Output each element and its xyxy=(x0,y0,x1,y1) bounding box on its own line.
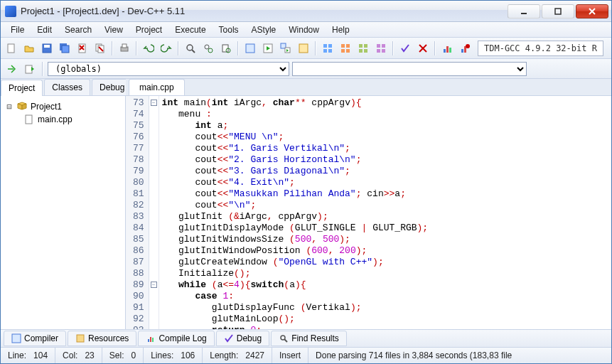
menu-window[interactable]: Window xyxy=(283,23,325,36)
scope-toolbar: (globals) xyxy=(1,59,611,79)
menu-astyle[interactable]: AStyle xyxy=(246,23,282,36)
svg-rect-36 xyxy=(359,44,363,48)
tab-debug[interactable]: Debug xyxy=(216,331,269,346)
member-selector[interactable] xyxy=(292,62,527,76)
svg-rect-16 xyxy=(122,44,127,48)
svg-rect-55 xyxy=(77,335,84,342)
run-icon[interactable] xyxy=(260,41,276,56)
undo-icon[interactable] xyxy=(141,41,156,56)
app-icon xyxy=(5,6,16,17)
file-icon xyxy=(23,114,35,125)
menubar: File Edit Search View Project Execute To… xyxy=(1,22,611,38)
svg-rect-6 xyxy=(44,45,50,48)
side-tab-project[interactable]: Project xyxy=(1,80,43,96)
svg-rect-57 xyxy=(150,337,151,342)
new-file-icon[interactable] xyxy=(4,41,19,56)
svg-line-18 xyxy=(192,50,195,53)
menu-edit[interactable]: Edit xyxy=(31,23,58,36)
menu-execute[interactable]: Execute xyxy=(169,23,211,36)
compile-run-icon[interactable] xyxy=(278,41,294,56)
redo-icon[interactable] xyxy=(159,41,174,56)
source-text[interactable]: int main(int iArgc, char** cppArgv){ men… xyxy=(159,96,611,329)
svg-rect-58 xyxy=(152,338,154,342)
replace-icon[interactable] xyxy=(200,41,216,56)
svg-rect-40 xyxy=(377,44,380,48)
svg-rect-29 xyxy=(328,44,332,48)
compiler-selector[interactable]: TDM-GCC 4.9.2 32-bit R xyxy=(478,41,603,56)
find-results-icon xyxy=(279,333,289,343)
tab-resources[interactable]: Resources xyxy=(68,331,136,346)
side-tab-classes[interactable]: Classes xyxy=(44,79,90,95)
svg-rect-34 xyxy=(341,49,345,53)
goto-func-icon[interactable] xyxy=(4,61,19,77)
svg-rect-41 xyxy=(382,44,385,48)
minimize-button[interactable] xyxy=(508,4,540,18)
tree-file[interactable]: main.cpp xyxy=(4,113,122,126)
menu-tools[interactable]: Tools xyxy=(213,23,245,36)
delete-profile-icon[interactable] xyxy=(457,41,473,56)
svg-rect-28 xyxy=(323,44,327,48)
compiler-tab-icon xyxy=(11,333,21,343)
svg-rect-8 xyxy=(62,46,69,53)
menu-project[interactable]: Project xyxy=(130,23,168,36)
open-icon[interactable] xyxy=(21,41,37,56)
side-panel: Project Classes Debug ⊟ Project1 main.cp… xyxy=(1,79,126,329)
tree-root-label: Project1 xyxy=(31,102,62,112)
svg-rect-38 xyxy=(359,49,363,53)
tab-find-results[interactable]: Find Results xyxy=(271,331,347,346)
status-message: Done parsing 714 files in 3,884 seconds … xyxy=(308,348,611,363)
save-all-icon[interactable] xyxy=(57,41,73,56)
titlebar: Project1 - [Project1.dev] - Dev-C++ 5.11 xyxy=(1,1,611,22)
svg-rect-42 xyxy=(377,49,380,53)
debug-check-icon[interactable] xyxy=(397,41,413,56)
status-length: Length: 2427 xyxy=(203,348,272,363)
svg-point-19 xyxy=(205,45,209,49)
main-area: Project Classes Debug ⊟ Project1 main.cp… xyxy=(1,79,611,329)
grid2-icon[interactable] xyxy=(338,41,353,56)
svg-rect-33 xyxy=(346,44,350,48)
menu-search[interactable]: Search xyxy=(59,23,97,36)
compile-icon[interactable] xyxy=(242,41,258,56)
status-col: Col: 23 xyxy=(55,348,102,363)
svg-rect-52 xyxy=(26,65,32,73)
svg-line-60 xyxy=(284,339,287,342)
goto-back-icon[interactable] xyxy=(22,61,38,77)
save-icon[interactable] xyxy=(39,41,55,56)
editor-tab[interactable]: main.cpp xyxy=(129,79,185,95)
profile-icon[interactable] xyxy=(439,41,455,56)
maximize-button[interactable] xyxy=(542,4,574,18)
svg-point-17 xyxy=(187,45,193,50)
grid1-icon[interactable] xyxy=(320,41,335,56)
rebuild-icon[interactable] xyxy=(296,41,311,56)
svg-rect-31 xyxy=(328,49,332,53)
find-in-files-icon[interactable] xyxy=(218,41,234,56)
svg-rect-1 xyxy=(555,9,561,14)
grid4-icon[interactable] xyxy=(373,41,389,56)
print-icon[interactable] xyxy=(117,41,132,56)
statusbar: Line: 104 Col: 23 Sel: 0 Lines: 106 Leng… xyxy=(1,348,611,363)
code-editor[interactable]: 7374757677787980818283848586878889909192… xyxy=(126,96,611,329)
project-icon xyxy=(16,101,28,112)
menu-view[interactable]: View xyxy=(99,23,129,36)
close-button[interactable] xyxy=(576,4,608,18)
svg-rect-23 xyxy=(246,44,254,53)
tree-root[interactable]: ⊟ Project1 xyxy=(4,100,122,113)
tab-compiler[interactable]: Compiler xyxy=(4,331,66,346)
tab-compile-log[interactable]: Compile Log xyxy=(138,331,214,346)
close-all-icon[interactable] xyxy=(92,41,108,56)
tree-collapse-icon[interactable]: ⊟ xyxy=(5,102,14,112)
status-line: Line: 104 xyxy=(1,348,55,363)
compiler-label: TDM-GCC 4.9.2 32-bit R xyxy=(484,43,597,53)
window-title: Project1 - [Project1.dev] - Dev-C++ 5.11 xyxy=(21,6,506,16)
grid3-icon[interactable] xyxy=(355,41,371,56)
bottom-tabs: Compiler Resources Compile Log Debug Fin… xyxy=(1,329,611,348)
debug-stop-icon[interactable] xyxy=(415,41,431,56)
svg-rect-39 xyxy=(364,49,367,53)
resources-icon xyxy=(75,333,85,343)
project-tree: ⊟ Project1 main.cpp xyxy=(1,96,125,130)
scope-selector[interactable]: (globals) xyxy=(48,62,289,76)
close-file-icon[interactable] xyxy=(75,41,90,56)
menu-file[interactable]: File xyxy=(5,23,30,36)
menu-help[interactable]: Help xyxy=(326,23,355,36)
find-icon[interactable] xyxy=(183,41,198,56)
